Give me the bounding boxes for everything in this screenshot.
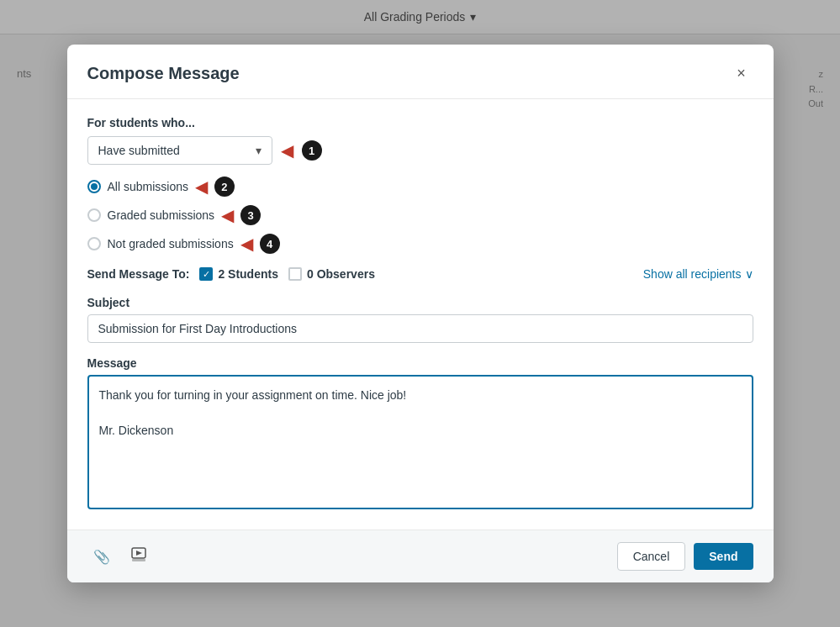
subject-input[interactable] [87,314,753,343]
modal-title: Compose Message [87,64,240,83]
radio-all-submissions[interactable] [87,180,101,193]
cancel-button[interactable]: Cancel [617,542,686,571]
media-button[interactable] [124,542,153,571]
students-checkbox[interactable]: ✓ [199,267,213,281]
send-to-row: Send Message To: ✓ 2 Students 0 Observer… [87,267,753,281]
close-button[interactable]: × [730,61,753,85]
show-all-label: Show all recipients [643,267,742,281]
annotation-badge-1: 1 [302,140,322,161]
svg-marker-2 [136,551,142,556]
students-checkbox-item: ✓ 2 Students [199,267,278,281]
message-label: Message [87,356,753,370]
annotation-arrow-2: ◀ [195,178,208,195]
students-count: 2 Students [218,267,278,281]
for-students-label: For students who... [87,116,753,129]
annotation-arrow-1: ◀ [281,142,293,159]
attach-file-button[interactable]: 📎 [87,542,116,571]
send-button[interactable]: Send [694,543,753,570]
annotation-arrow-4: ◀ [240,235,253,252]
radio-label-graded: Graded submissions [108,208,215,222]
paperclip-icon: 📎 [93,549,110,565]
radio-row-graded: Graded submissions ◀ 3 [87,205,753,225]
radio-not-graded-submissions[interactable] [87,237,101,250]
annotation-badge-2: 2 [214,177,235,197]
observers-count: 0 Observers [307,267,375,281]
dropdown-value: Have submitted [98,144,180,157]
dropdown-row: Have submitted ▾ ◀ 1 [87,136,753,165]
modal-footer: 📎 Cancel Send [67,530,774,582]
send-message-to-label: Send Message To: [87,267,190,281]
observers-checkbox[interactable] [288,267,302,281]
observers-checkbox-item: 0 Observers [288,267,375,281]
media-icon [131,547,146,566]
show-all-chevron: ∨ [745,267,753,281]
radio-group: All submissions ◀ 2 Graded submissions ◀… [87,177,753,254]
submission-filter-dropdown[interactable]: Have submitted ▾ [87,136,272,165]
radio-label-all: All submissions [108,180,188,193]
radio-graded-submissions[interactable] [87,208,101,222]
subject-label: Subject [87,296,753,309]
annotation-arrow-3: ◀ [221,207,234,224]
annotation-badge-3: 3 [240,205,261,225]
chevron-down-icon: ▾ [256,144,262,157]
radio-row-not-graded: Not graded submissions ◀ 4 [87,234,753,254]
radio-row-all: All submissions ◀ 2 [87,177,753,197]
modal-header: Compose Message × [67,45,774,99]
compose-message-modal: Compose Message × For students who... Ha… [67,45,774,582]
annotation-badge-4: 4 [260,234,280,254]
svg-rect-1 [132,559,145,561]
modal-overlay: Compose Message × For students who... Ha… [0,0,840,627]
modal-body: For students who... Have submitted ▾ ◀ 1… [67,99,774,530]
show-all-recipients-link[interactable]: Show all recipients ∨ [643,267,753,281]
message-textarea[interactable]: Thank you for turning in your assignment… [87,375,753,509]
radio-label-not-graded: Not graded submissions [108,237,234,250]
